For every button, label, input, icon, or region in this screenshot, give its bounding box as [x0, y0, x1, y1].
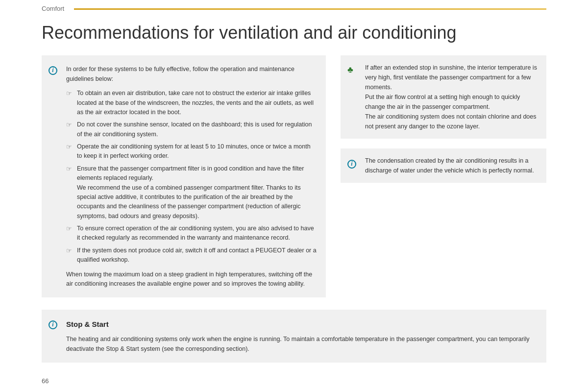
page-number: 66: [42, 377, 49, 385]
stop-start-box: i Stop & Start The heating and air condi…: [42, 310, 546, 363]
list-item: Ensure that the passenger compartment fi…: [66, 164, 317, 221]
list-item: To obtain an even air distribution, take…: [66, 89, 317, 117]
tree-box-text: If after an extended stop in sunshine, t…: [365, 63, 538, 131]
tree-icon: ♣: [347, 63, 353, 77]
stop-start-icon: i: [49, 318, 57, 330]
left-column: i In order for these systems to be fully…: [42, 55, 326, 297]
condensation-info-box: i The condensation created by the air co…: [341, 148, 546, 183]
list-item: Operate the air conditioning system for …: [66, 142, 317, 161]
right-column: ♣ If after an extended stop in sunshine,…: [341, 55, 546, 297]
category-label: Comfort: [42, 5, 64, 12]
page-content: Recommendations for ventilation and air …: [0, 12, 588, 377]
info-icon-right: i: [347, 156, 356, 170]
footer-text: When towing the maximum load on a steep …: [66, 270, 317, 289]
page-title: Recommendations for ventilation and air …: [42, 22, 546, 43]
tree-info-box: ♣ If after an extended stop in sunshine,…: [341, 55, 546, 139]
info-icon: i: [49, 63, 57, 76]
top-bar: Comfort: [0, 0, 588, 12]
bullet-list: To obtain an even air distribution, take…: [66, 89, 317, 265]
list-item: Do not cover the sunshine sensor, locate…: [66, 120, 317, 139]
stop-start-title: Stop & Start: [66, 318, 538, 330]
main-two-col: i In order for these systems to be fully…: [42, 55, 546, 297]
gold-divider: [74, 8, 546, 10]
stop-start-text: The heating and air conditioning systems…: [66, 334, 538, 354]
main-info-box: i In order for these systems to be fully…: [42, 55, 326, 297]
list-item: If the system does not produce cold air,…: [66, 246, 317, 265]
list-item: To ensure correct operation of the air c…: [66, 224, 317, 243]
condensation-text: The condensation created by the air cond…: [365, 156, 538, 175]
intro-text: In order for these systems to be fully e…: [66, 64, 317, 84]
